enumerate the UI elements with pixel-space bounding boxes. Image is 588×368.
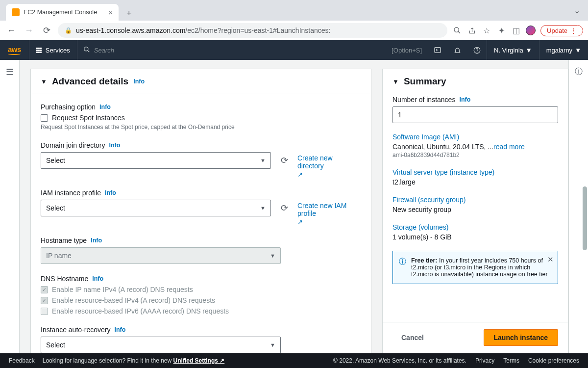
feedback-link[interactable]: Feedback	[9, 357, 35, 364]
browser-tab[interactable]: EC2 Management Console ×	[6, 4, 119, 21]
ami-value: Canonical, Ubuntu, 20.04 LTS, ...read mo…	[392, 143, 558, 151]
tab-title: EC2 Management Console	[24, 9, 97, 16]
search-icon	[83, 46, 90, 54]
profile-avatar[interactable]	[526, 26, 536, 35]
read-more-link[interactable]: read more	[493, 143, 525, 151]
launch-instance-button[interactable]: Launch instance	[484, 329, 558, 346]
url-input[interactable]: 🔒 us-east-1.console.aws.amazon.com/ec2/h…	[58, 23, 447, 38]
dns-hostname-field: DNS HostnameInfo ✓ Enable IP name IPv4 (…	[41, 275, 361, 315]
purchasing-option-field: Purchasing optionInfo Request Spot Insta…	[41, 103, 361, 131]
aws-top-nav: aws Services Search [Option+S] N. Virgin…	[0, 40, 588, 60]
dns-resource-ipv6-checkbox: Enable resource-based IPv6 (AAAA record)…	[41, 307, 361, 315]
copyright: © 2022, Amazon Web Services, Inc. or its…	[333, 357, 466, 364]
svg-line-1	[458, 31, 460, 33]
firewall-link[interactable]: Firewall (security group)	[392, 196, 558, 204]
info-link[interactable]: Info	[109, 142, 121, 149]
field-hint: Request Spot Instances at the Spot price…	[41, 124, 361, 131]
services-menu[interactable]: Services	[29, 40, 77, 60]
storage-link[interactable]: Storage (volumes)	[392, 223, 558, 231]
svg-point-2	[84, 47, 88, 51]
forward-button[interactable]: →	[23, 24, 35, 37]
free-tier-info: ⓘ Free tier: In your first year includes…	[392, 251, 558, 284]
browser-tab-strip: EC2 Management Console × + ⌄	[0, 0, 588, 21]
ami-id: ami-0a6b2839d44d781b2	[392, 152, 558, 158]
aws-logo[interactable]: aws	[0, 45, 29, 55]
search-icon[interactable]	[452, 26, 462, 35]
lock-icon: 🔒	[65, 27, 72, 34]
refresh-icon[interactable]: ⟳	[277, 153, 292, 168]
collapse-toggle[interactable]: ▼	[392, 78, 399, 85]
checkbox-icon	[41, 308, 48, 315]
hostname-type-field: Hostname typeInfo IP name▼	[41, 237, 361, 264]
share-icon[interactable]	[467, 26, 477, 35]
info-link[interactable]: Info	[105, 189, 116, 196]
close-icon[interactable]: ✕	[547, 255, 554, 264]
dns-resource-ipv4-checkbox: ✓ Enable resource-based IPv4 (A record) …	[41, 296, 361, 304]
summary-title: Summary	[404, 76, 446, 87]
hostname-type-select: IP name▼	[41, 247, 281, 264]
storage-value: 1 volume(s) - 8 GiB	[392, 233, 558, 241]
info-icon: ⓘ	[399, 257, 406, 278]
external-link-icon: ↗	[297, 171, 356, 178]
url-path: /ec2/home?region=us-east-1#LaunchInstanc…	[185, 26, 330, 34]
reload-button[interactable]: ⟳	[40, 24, 53, 37]
info-link[interactable]: Info	[99, 104, 111, 110]
search-shortcut: [Option+S]	[392, 47, 422, 54]
collapse-toggle[interactable]: ▼	[41, 78, 47, 85]
refresh-icon[interactable]: ⟳	[277, 201, 292, 215]
privacy-link[interactable]: Privacy	[475, 357, 494, 364]
page-footer: Feedback Looking for language selection?…	[0, 353, 588, 368]
unified-settings-link[interactable]: Unified Settings ↗	[173, 357, 225, 364]
browser-address-bar: ← → ⟳ 🔒 us-east-1.console.aws.amazon.com…	[0, 21, 588, 40]
back-button[interactable]: ←	[5, 24, 18, 37]
help-icon[interactable]	[467, 40, 487, 60]
create-directory-link[interactable]: Create new directory ↗	[297, 154, 356, 178]
instance-type-link[interactable]: Virtual server type (instance type)	[392, 168, 558, 176]
checkbox-checked-icon: ✓	[41, 297, 48, 304]
create-iam-link[interactable]: Create new IAM profile ↗	[297, 202, 356, 226]
chevron-down-icon[interactable]: ⌄	[574, 6, 584, 15]
info-link[interactable]: Info	[114, 326, 125, 333]
checkbox-icon	[41, 114, 48, 122]
checkbox-checked-icon: ✓	[41, 286, 48, 293]
extensions-icon[interactable]: ✦	[496, 26, 506, 35]
firewall-value: New security group	[392, 206, 558, 213]
region-selector[interactable]: N. Virginia▼	[487, 40, 539, 60]
summary-column: ▼ Summary Number of instancesInfo Softwa…	[382, 60, 568, 353]
update-button[interactable]: Update⋮	[540, 25, 583, 36]
external-link-icon: ↗	[297, 218, 356, 226]
page-scrollbar[interactable]	[583, 186, 587, 250]
number-of-instances-input[interactable]	[392, 106, 558, 123]
auto-recovery-field: Instance auto-recoveryInfo Select▼	[41, 326, 361, 353]
nav-search-input[interactable]: Search	[77, 46, 392, 54]
domain-join-select[interactable]: Select▼	[41, 152, 271, 169]
iam-profile-select[interactable]: Select▼	[41, 200, 271, 216]
svg-point-0	[454, 27, 459, 32]
cloudshell-icon[interactable]	[428, 40, 447, 60]
star-icon[interactable]: ☆	[482, 26, 491, 35]
url-host: us-east-1.console.aws.amazon.com	[76, 26, 185, 34]
panel-title: Advanced details	[52, 76, 128, 87]
aws-favicon-icon	[12, 8, 20, 16]
grid-icon	[36, 48, 42, 53]
svg-line-3	[87, 50, 89, 52]
ami-link[interactable]: Software Image (AMI)	[392, 133, 558, 141]
info-link[interactable]: Info	[92, 275, 103, 282]
bell-icon[interactable]	[447, 40, 467, 60]
advanced-details-panel: ▼ Advanced details Info Purchasing optio…	[30, 69, 371, 353]
info-link[interactable]: Info	[91, 237, 102, 244]
account-menu[interactable]: mgalarny▼	[539, 40, 588, 60]
info-link[interactable]: Info	[459, 96, 470, 103]
cancel-button[interactable]: Cancel	[392, 330, 433, 345]
auto-recovery-select[interactable]: Select▼	[41, 337, 281, 353]
cookie-link[interactable]: Cookie preferences	[528, 357, 579, 364]
terms-link[interactable]: Terms	[503, 357, 519, 364]
instance-type-value: t2.large	[392, 178, 558, 186]
sidebar-toggle[interactable]: ☰	[0, 60, 20, 353]
sidepanel-icon[interactable]: ◫	[511, 26, 521, 35]
new-tab-button[interactable]: +	[122, 6, 136, 21]
close-tab-icon[interactable]: ×	[108, 8, 113, 17]
info-link[interactable]: Info	[133, 78, 145, 85]
spot-instances-checkbox[interactable]: Request Spot Instances	[41, 114, 361, 122]
domain-join-field: Domain join directoryInfo Select▼ ⟳ Crea…	[41, 141, 361, 178]
